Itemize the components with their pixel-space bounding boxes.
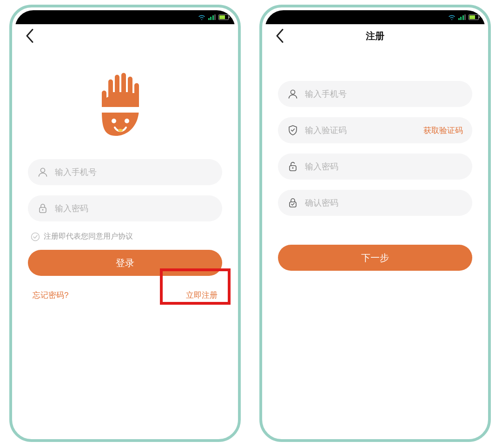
reg-phone-placeholder: 输入手机号 xyxy=(305,88,463,100)
page-title: 注册 xyxy=(265,30,485,42)
terms-row[interactable]: 注册即代表您同意用户协议 xyxy=(31,232,222,241)
phone-notch xyxy=(88,10,162,20)
shield-check-icon xyxy=(287,125,298,136)
reg-confirm-placeholder: 确认密码 xyxy=(305,197,463,208)
password-input[interactable]: 输入密码 xyxy=(28,195,222,221)
wifi-icon xyxy=(198,14,205,20)
back-button[interactable] xyxy=(23,29,36,42)
phone-input[interactable]: 输入手机号 xyxy=(28,159,222,185)
check-circle-icon xyxy=(31,232,40,241)
chevron-left-icon xyxy=(276,29,284,43)
lock-check-icon xyxy=(287,197,298,208)
reg-code-input[interactable]: 输入验证码 获取验证码 xyxy=(278,117,472,143)
login-screen-phone: 3:26 PM xyxy=(9,5,241,442)
user-icon xyxy=(287,88,298,100)
nav-bar xyxy=(15,24,235,47)
nav-bar: 注册 xyxy=(265,24,485,47)
battery-icon xyxy=(469,14,479,20)
svg-point-3 xyxy=(118,129,123,132)
signal-icon xyxy=(208,14,216,20)
svg-point-6 xyxy=(42,209,44,211)
login-button-label: 登录 xyxy=(116,257,134,269)
lock-icon xyxy=(37,203,48,214)
phone-notch xyxy=(338,10,412,20)
terms-text: 注册即代表您同意用户协议 xyxy=(44,232,133,241)
forgot-password-link[interactable]: 忘记密码? xyxy=(33,290,68,301)
reg-confirm-input[interactable]: 确认密码 xyxy=(278,190,472,216)
phone-placeholder: 输入手机号 xyxy=(55,167,213,178)
status-icons xyxy=(198,10,229,24)
login-button[interactable]: 登录 xyxy=(28,250,222,276)
svg-point-7 xyxy=(32,233,40,241)
register-screen-phone: 3:26 PM 注册 输入手机号 xyxy=(259,5,491,442)
back-button[interactable] xyxy=(273,29,286,42)
reg-phone-input[interactable]: 输入手机号 xyxy=(278,81,472,107)
svg-rect-0 xyxy=(102,107,139,113)
register-link[interactable]: 立即注册 xyxy=(186,290,218,301)
svg-point-8 xyxy=(291,90,295,94)
reg-password-input[interactable]: 输入密码 xyxy=(278,154,472,180)
password-placeholder: 输入密码 xyxy=(55,203,213,214)
svg-point-1 xyxy=(112,119,116,123)
svg-point-10 xyxy=(292,167,294,169)
svg-point-4 xyxy=(41,168,45,173)
reg-code-placeholder: 输入验证码 xyxy=(305,125,417,136)
lock-open-icon xyxy=(287,161,298,172)
wifi-icon xyxy=(448,14,456,20)
chevron-left-icon xyxy=(26,29,34,43)
reg-password-placeholder: 输入密码 xyxy=(305,161,463,172)
svg-point-2 xyxy=(125,119,129,123)
app-logo xyxy=(28,71,222,140)
signal-icon xyxy=(458,14,466,20)
status-icons xyxy=(448,10,479,24)
battery-icon xyxy=(218,14,229,20)
next-button[interactable]: 下一步 xyxy=(278,245,472,271)
get-code-button[interactable]: 获取验证码 xyxy=(423,125,463,136)
next-button-label: 下一步 xyxy=(361,252,389,264)
user-icon xyxy=(37,167,48,178)
